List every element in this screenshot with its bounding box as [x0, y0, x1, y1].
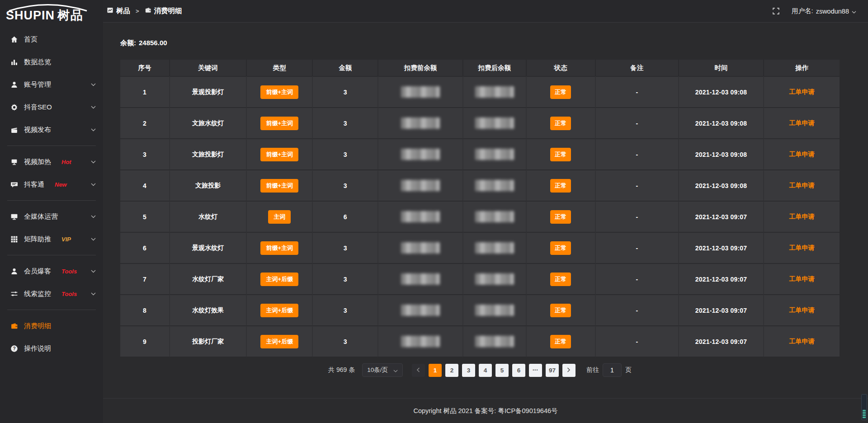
svg-text:?: ?: [13, 346, 15, 351]
cell-balance-before: [378, 201, 463, 232]
page-button-3[interactable]: 3: [462, 364, 475, 377]
cell-time: 2021-12-03 09:08: [679, 107, 764, 138]
breadcrumb-separator: >: [136, 8, 139, 14]
chevron-down-icon: [91, 292, 96, 296]
cell-type: 前缀+主词: [247, 169, 313, 201]
cell-amount: 3: [313, 107, 378, 138]
type-badge: 前缀+主词: [260, 148, 298, 161]
chevron-down-icon: [91, 183, 96, 186]
page-size-value: 10条/页: [367, 366, 388, 374]
pagination: 共 969 条 10条/页 1 2 3 4 5 6 ••• 97 前往 页: [120, 363, 840, 377]
col-header-status: 状态: [527, 60, 596, 76]
new-badge: New: [55, 181, 67, 188]
cell-action: 工单申请: [764, 138, 840, 169]
work-order-link[interactable]: 工单申请: [789, 213, 814, 220]
cell-status: 正常: [527, 201, 596, 232]
col-header-index: 序号: [120, 60, 170, 76]
cell-balance-after: [463, 201, 527, 232]
work-order-link[interactable]: 工单申请: [789, 182, 814, 189]
question-icon: ?: [10, 345, 18, 352]
cell-balance-before: [378, 107, 463, 138]
cell-action: 工单申请: [764, 76, 840, 107]
breadcrumb-label: 消费明细: [154, 6, 182, 16]
cell-balance-after: [463, 263, 527, 294]
cell-amount: 6: [313, 201, 378, 232]
breadcrumb-item-shupin[interactable]: 树品: [107, 6, 130, 16]
type-badge: 主词+后缀: [260, 335, 298, 348]
chevron-left-icon: [416, 367, 420, 374]
page-ellipsis-button[interactable]: •••: [529, 364, 542, 377]
topbar-right: 用户名: zswodun88: [772, 7, 856, 15]
cell-time: 2021-12-03 09:08: [679, 76, 764, 107]
work-order-link[interactable]: 工单申请: [789, 150, 814, 158]
next-page-button[interactable]: [562, 364, 576, 377]
balance-value: 24856.00: [139, 39, 167, 47]
topbar: 树品 > 消费明细 用户名: zswodun88: [103, 0, 868, 23]
cell-balance-before: [378, 169, 463, 201]
sidebar-item-consumption-detail[interactable]: 消费明细: [0, 315, 103, 337]
page-button-1[interactable]: 1: [429, 364, 442, 377]
work-order-link[interactable]: 工单申请: [789, 119, 814, 127]
status-badge: 正常: [550, 179, 571, 193]
brand-logo[interactable]: SHUPIN树品: [0, 0, 103, 28]
breadcrumb-item-consumption[interactable]: 消费明细: [145, 6, 182, 16]
chevron-down-icon: [91, 106, 96, 109]
col-header-time: 时间: [679, 60, 764, 76]
user-menu[interactable]: 用户名: zswodun88: [792, 7, 856, 15]
sidebar-item-home[interactable]: 首页: [0, 28, 103, 51]
page-button-5[interactable]: 5: [495, 364, 509, 377]
work-order-link[interactable]: 工单申请: [789, 338, 814, 345]
table-row: 4 文旅投影 前缀+主词 3 正常 - 2021-12-03 09:08 工单申…: [120, 169, 840, 201]
page-button-4[interactable]: 4: [479, 364, 492, 377]
fullscreen-icon[interactable]: [772, 7, 780, 15]
work-order-link[interactable]: 工单申请: [789, 244, 814, 251]
work-order-link[interactable]: 工单申请: [789, 275, 814, 282]
prev-page-button[interactable]: [412, 364, 425, 377]
sidebar-item-member-baoke[interactable]: 会员爆客 Tools: [0, 260, 103, 282]
sidebar-item-all-media-operation[interactable]: 全媒体运营: [0, 205, 103, 228]
sidebar-item-douketong[interactable]: 抖客通 New: [0, 173, 103, 196]
logo-text: SHUPIN树品: [6, 7, 84, 24]
cell-status: 正常: [527, 325, 596, 357]
cell-remark: -: [596, 107, 679, 138]
status-badge: 正常: [550, 117, 571, 130]
sidebar-item-account-management[interactable]: 账号管理: [0, 73, 103, 96]
cell-status: 正常: [527, 138, 596, 169]
sidebar-item-lead-monitor[interactable]: 线索监控 Tools: [0, 282, 103, 305]
sidebar-item-video-heat[interactable]: 视频加热 Hot: [0, 150, 103, 173]
cell-status: 正常: [527, 107, 596, 138]
goto-page-input[interactable]: [603, 363, 622, 377]
sidebar-nav: 首页 数据总览 账号管理 抖音SEO 视频发布: [0, 28, 103, 360]
cell-keyword: 水纹灯: [170, 201, 247, 232]
sidebar-item-label: 矩阵助推: [24, 235, 51, 244]
cell-keyword: 投影灯厂家: [170, 325, 247, 357]
page-button-97[interactable]: 97: [546, 364, 559, 377]
sidebar-item-douyin-seo[interactable]: 抖音SEO: [0, 96, 103, 118]
cell-type: 前缀+主词: [247, 107, 313, 138]
masked-balance-before: [401, 211, 440, 222]
cell-balance-after: [463, 107, 527, 138]
sidebar-item-label: 操作说明: [24, 344, 51, 353]
sidebar-item-video-publish[interactable]: 视频发布: [0, 118, 103, 141]
cell-status: 正常: [527, 169, 596, 201]
page-button-6[interactable]: 6: [512, 364, 525, 377]
cell-amount: 3: [313, 169, 378, 201]
sidebar-item-label: 会员爆客: [24, 267, 51, 276]
work-order-link[interactable]: 工单申请: [789, 306, 814, 314]
page-size-select[interactable]: 10条/页: [362, 363, 403, 377]
cell-index: 8: [120, 294, 170, 325]
sidebar-item-instructions[interactable]: ? 操作说明: [0, 337, 103, 360]
sidebar-item-label: 消费明细: [24, 322, 51, 330]
browser-extension-widget[interactable]: [861, 394, 867, 420]
page-button-2[interactable]: 2: [445, 364, 458, 377]
work-order-link[interactable]: 工单申请: [789, 88, 814, 95]
type-badge: 前缀+主词: [260, 179, 298, 193]
type-badge: 前缀+主词: [260, 117, 298, 130]
table-row: 3 文旅投影灯 前缀+主词 3 正常 - 2021-12-03 09:08 工单…: [120, 138, 840, 169]
col-header-remark: 备注: [596, 60, 679, 76]
cell-remark: -: [596, 201, 679, 232]
sidebar-item-matrix-boost[interactable]: 矩阵助推 VIP: [0, 228, 103, 250]
cell-type: 主词: [247, 201, 313, 232]
sidebar-item-data-overview[interactable]: 数据总览: [0, 51, 103, 73]
cell-time: 2021-12-03 09:07: [679, 263, 764, 294]
